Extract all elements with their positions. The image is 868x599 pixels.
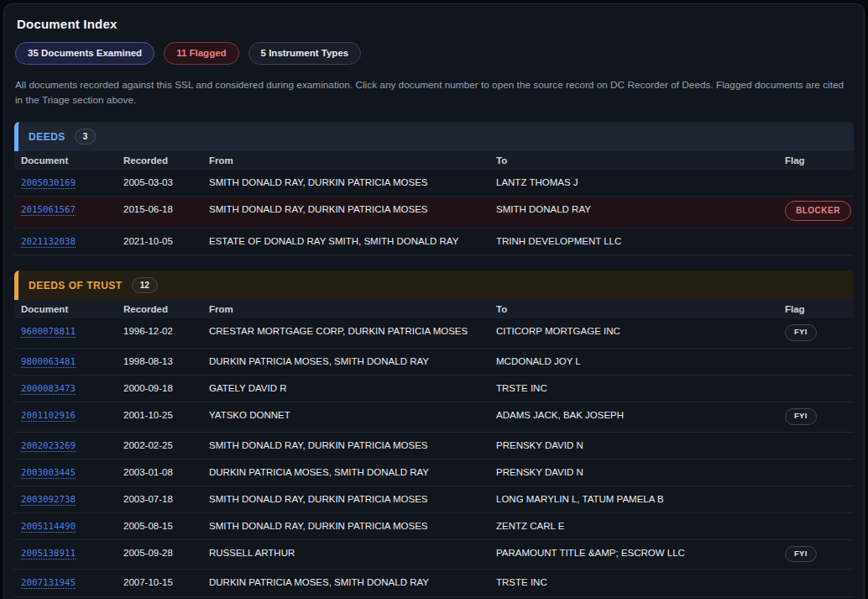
- to-cell: ADAMS JACK, BAK JOSEPH: [489, 402, 778, 432]
- document-cell: 2005030169: [14, 170, 117, 197]
- recorded-cell: 2003-01-08: [117, 459, 202, 486]
- from-cell: DURKIN PATRICIA MOSES, SMITH DONALD RAY: [202, 570, 489, 596]
- section-header: DEEDS 3: [14, 122, 854, 151]
- table-row: 9800063481 1998-08-13 DURKIN PATRICIA MO…: [14, 348, 854, 375]
- document-link[interactable]: 2005030169: [21, 177, 76, 188]
- flag-cell: FYI: [778, 402, 854, 432]
- recorded-cell: 2007-10-15: [117, 570, 202, 596]
- to-cell: PRENSKY DAVID N: [489, 459, 778, 486]
- fyi-flag-badge: FYI: [785, 324, 817, 340]
- documents-table: DocumentRecordedFromToFlag 2005030169 20…: [14, 151, 854, 255]
- from-cell: SMITH DONALD RAY, DURKIN PATRICIA MOSES: [202, 432, 489, 459]
- recorded-cell: 2003-07-18: [117, 486, 202, 512]
- table-row: 2001102916 2001-10-25 YATSKO DONNET ADAM…: [14, 402, 854, 432]
- blocker-flag-badge: BLOCKER: [785, 201, 851, 221]
- document-link[interactable]: 2001102916: [21, 410, 76, 421]
- column-header-recorded: Recorded: [117, 151, 202, 170]
- table-row: 2015061567 2015-06-18 SMITH DONALD RAY, …: [14, 197, 854, 229]
- recorded-cell: 1998-08-13: [117, 348, 202, 375]
- document-sections: DEEDS 3 DocumentRecordedFromToFlag 20050…: [14, 122, 854, 599]
- documents-table: DocumentRecordedFromToFlag 9600078811 19…: [14, 300, 854, 599]
- table-row: 2000083473 2000-09-18 GATELY DAVID R TRS…: [14, 375, 854, 402]
- flag-cell: [778, 432, 854, 459]
- from-cell: YATSKO DONNET: [202, 402, 489, 432]
- document-link[interactable]: 2007131945: [21, 577, 76, 588]
- pill-instrument-types: 5 Instrument Types: [248, 42, 362, 65]
- document-link[interactable]: 2002023269: [21, 440, 76, 451]
- column-header-flag: Flag: [778, 151, 854, 170]
- flag-cell: [778, 170, 854, 197]
- from-cell: DURKIN PATRICIA MOSES, SMITH DONALD RAY: [202, 459, 489, 486]
- document-link[interactable]: 2003003445: [21, 467, 76, 478]
- recorded-cell: 2015-06-18: [117, 197, 202, 229]
- table-row: 2005030169 2005-03-03 SMITH DONALD RAY, …: [14, 170, 854, 197]
- table-header-row: DocumentRecordedFromToFlag: [14, 300, 854, 318]
- table-row: 2002023269 2002-02-25 SMITH DONALD RAY, …: [14, 432, 854, 459]
- flag-cell: [778, 375, 854, 402]
- section-count-badge: 12: [132, 277, 158, 293]
- document-cell: 2001102916: [14, 402, 117, 432]
- table-header-row: DocumentRecordedFromToFlag: [14, 151, 854, 170]
- flag-cell: FYI: [778, 539, 854, 569]
- column-header-from: From: [202, 151, 489, 170]
- section-count-badge: 3: [75, 129, 97, 144]
- from-cell: SMITH DONALD RAY, DURKIN PATRICIA MOSES: [202, 170, 489, 197]
- document-link[interactable]: 9600078811: [21, 326, 76, 337]
- recorded-cell: 2005-03-03: [117, 170, 202, 197]
- from-cell: SMITH DONALD RAY, DURKIN PATRICIA MOSES: [202, 512, 489, 539]
- column-header-recorded: Recorded: [117, 300, 202, 318]
- flag-cell: BLOCKER: [778, 197, 854, 229]
- table-row: 2003092738 2003-07-18 SMITH DONALD RAY, …: [14, 486, 854, 512]
- document-cell: 2005138911: [14, 539, 117, 569]
- to-cell: LANTZ THOMAS J: [489, 170, 778, 197]
- table-row: 2003003445 2003-01-08 DURKIN PATRICIA MO…: [14, 459, 854, 486]
- from-cell: ESTATE OF DONALD RAY SMITH, SMITH DONALD…: [202, 229, 489, 255]
- document-link[interactable]: 2003092738: [21, 494, 76, 505]
- column-header-to: To: [489, 151, 778, 170]
- flag-cell: [778, 486, 854, 512]
- column-header-flag: Flag: [778, 300, 854, 318]
- document-cell: 2021132038: [14, 229, 117, 255]
- document-link[interactable]: 2005138911: [21, 548, 76, 559]
- column-header-from: From: [202, 300, 489, 318]
- to-cell: TRSTE INC: [489, 375, 778, 402]
- fyi-flag-badge: FYI: [785, 546, 817, 562]
- recorded-cell: 2001-10-25: [117, 402, 202, 432]
- document-cell: 2000083473: [14, 375, 117, 402]
- document-link[interactable]: 2000083473: [21, 383, 76, 394]
- document-cell: 2003092738: [14, 486, 117, 512]
- document-link[interactable]: 2021132038: [21, 236, 76, 247]
- document-link[interactable]: 9800063481: [21, 356, 76, 367]
- document-section: DEEDS 3 DocumentRecordedFromToFlag 20050…: [14, 122, 854, 255]
- recorded-cell: 1996-12-02: [117, 318, 202, 348]
- recorded-cell: 2021-10-05: [117, 229, 202, 255]
- from-cell: CRESTAR MORTGAGE CORP, DURKIN PATRICIA M…: [202, 318, 489, 348]
- summary-pills: 35 Documents Examined 11 Flagged 5 Instr…: [15, 42, 854, 65]
- to-cell: ZENTZ CARL E: [489, 512, 778, 539]
- document-cell: 2002023269: [14, 432, 117, 459]
- fyi-flag-badge: FYI: [785, 408, 817, 424]
- from-cell: SMITH DONALD RAY, DURKIN PATRICIA MOSES: [202, 486, 489, 512]
- document-link[interactable]: 2015061567: [21, 204, 76, 215]
- document-link[interactable]: 2005114490: [21, 521, 76, 532]
- section-description: All documents recorded against this SSL …: [15, 77, 854, 108]
- document-cell: 9800063481: [14, 348, 117, 375]
- column-header-to: To: [489, 300, 778, 318]
- table-row: 2005114490 2005-08-15 SMITH DONALD RAY, …: [14, 512, 854, 539]
- recorded-cell: 2002-02-25: [117, 432, 202, 459]
- document-index-card: Document Index 35 Documents Examined 11 …: [3, 3, 865, 599]
- to-cell: TRINH DEVELOPMENT LLC: [489, 229, 778, 255]
- to-cell: SMITH DONALD RAY: [489, 197, 778, 229]
- flag-cell: [778, 459, 854, 486]
- from-cell: RUSSELL ARTHUR: [202, 539, 489, 569]
- section-title: DEEDS OF TRUST: [29, 280, 123, 292]
- recorded-cell: 2005-08-15: [117, 512, 202, 539]
- to-cell: LONG MARYLIN L, TATUM PAMELA B: [489, 486, 778, 512]
- table-row: 9600078811 1996-12-02 CRESTAR MORTGAGE C…: [14, 318, 854, 348]
- pill-flagged-count: 11 Flagged: [164, 42, 238, 65]
- document-cell: 2005114490: [14, 512, 117, 539]
- table-row: 2005138911 2005-09-28 RUSSELL ARTHUR PAR…: [14, 539, 854, 569]
- flag-cell: [778, 229, 854, 255]
- flag-cell: FYI: [778, 318, 854, 348]
- table-row: 2021132038 2021-10-05 ESTATE OF DONALD R…: [14, 229, 854, 255]
